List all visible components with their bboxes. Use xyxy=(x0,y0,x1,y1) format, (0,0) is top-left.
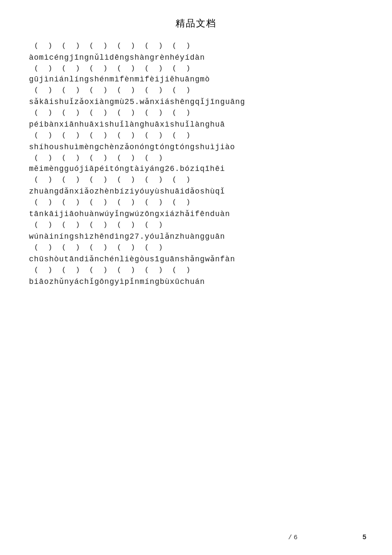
pinyin-line-1: gūjìniánlíngshénmìfènmìfèijiěhuāngmò xyxy=(29,75,366,84)
entry-block-4: ( ) ( ) ( ) ( ) ( ) ( )shíhoushuìmèngchè… xyxy=(26,131,366,151)
brackets-row-1: ( ) ( ) ( ) ( ) ( ) ( ) xyxy=(34,64,366,72)
entry-block-5: ( ) ( ) ( ) ( ) ( )měimèngguójiāpéitóngt… xyxy=(26,154,366,173)
page-footer: / 6 5 xyxy=(288,534,366,541)
entry-block-2: ( ) ( ) ( ) ( ) ( ) ( )sǎkāishuǐzǎoxiàng… xyxy=(26,86,366,106)
brackets-row-3: ( ) ( ) ( ) ( ) ( ) ( ) xyxy=(34,109,366,117)
pinyin-line-6: zhuàngdǎnxiǎozhènbíziyóuyùshuāidǎoshùqǐ xyxy=(29,186,366,196)
page-title: 精品文档 xyxy=(26,17,366,30)
brackets-row-7: ( ) ( ) ( ) ( ) ( ) ( ) xyxy=(34,198,366,206)
pinyin-line-7: tānkāijiāohuànwúyǐngwúzōngxiázhǎifēnduàn xyxy=(29,209,366,218)
pinyin-line-3: péibànxiānhuāxìshuǐlànghuāxìshuǐlànghuā xyxy=(29,119,366,129)
pinyin-line-9: chūshòutāndiǎnchénliègòusīguānshǎngwǎnfà… xyxy=(29,254,366,263)
pinyin-line-10: biāozhǔnyáchǐgōngyìpǐnmíngbùxūchuán xyxy=(29,277,366,286)
pinyin-line-8: wúnàiníngshìzhēndìng27.yóulǎnzhuàngguān xyxy=(29,231,366,241)
brackets-row-9: ( ) ( ) ( ) ( ) ( ) xyxy=(34,243,366,251)
footer-slash: / xyxy=(288,534,292,541)
pinyin-line-4: shíhoushuìmèngchènzǎonóngtóngtóngshuìjià… xyxy=(29,142,366,151)
brackets-row-2: ( ) ( ) ( ) ( ) ( ) ( ) xyxy=(34,86,366,94)
footer-current: 5 xyxy=(362,534,366,541)
footer-total: 6 xyxy=(294,534,297,541)
brackets-row-6: ( ) ( ) ( ) ( ) ( ) ( ) xyxy=(34,176,366,184)
entry-block-9: ( ) ( ) ( ) ( ) ( )chūshòutāndiǎnchénliè… xyxy=(26,243,366,263)
entry-block-0: ( ) ( ) ( ) ( ) ( ) ( )àomìcéngjīngnǔlìd… xyxy=(26,42,366,62)
brackets-row-0: ( ) ( ) ( ) ( ) ( ) ( ) xyxy=(34,42,366,50)
entry-block-3: ( ) ( ) ( ) ( ) ( ) ( )péibànxiānhuāxìsh… xyxy=(26,109,366,129)
brackets-row-10: ( ) ( ) ( ) ( ) ( ) ( ) xyxy=(34,266,366,274)
pinyin-line-5: měimèngguójiāpéitóngtàiyáng26.bóziqīhēi xyxy=(29,165,366,173)
brackets-row-8: ( ) ( ) ( ) ( ) ( ) xyxy=(34,221,366,229)
entry-block-6: ( ) ( ) ( ) ( ) ( ) ( )zhuàngdǎnxiǎozhèn… xyxy=(26,176,366,196)
brackets-row-4: ( ) ( ) ( ) ( ) ( ) ( ) xyxy=(34,131,366,139)
entry-block-10: ( ) ( ) ( ) ( ) ( ) ( )biāozhǔnyáchǐgōng… xyxy=(26,266,366,286)
entry-block-7: ( ) ( ) ( ) ( ) ( ) ( )tānkāijiāohuànwúy… xyxy=(26,198,366,218)
pinyin-line-2: sǎkāishuǐzǎoxiàngmù25.wǎnxiáshēngqǐjīngu… xyxy=(29,97,366,106)
brackets-row-5: ( ) ( ) ( ) ( ) ( ) xyxy=(34,154,366,162)
entry-block-8: ( ) ( ) ( ) ( ) ( )wúnàiníngshìzhēndìng2… xyxy=(26,221,366,241)
pinyin-line-0: àomìcéngjīngnǔlìdēngshàngrènhéyídàn xyxy=(29,52,366,62)
entry-block-1: ( ) ( ) ( ) ( ) ( ) ( )gūjìniánlíngshénm… xyxy=(26,64,366,84)
